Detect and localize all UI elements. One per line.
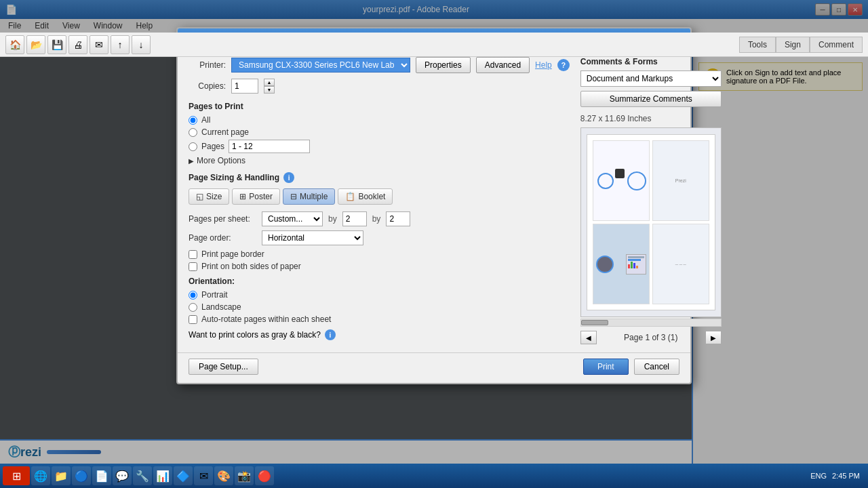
auto-rotate-row: Auto-rotate pages within each sheet — [189, 314, 570, 324]
taskbar-app3[interactable]: 📊 — [153, 466, 172, 485]
multiple-tab[interactable]: ⊟ Multiple — [283, 188, 335, 205]
summarize-comments-button[interactable]: Summarize Comments — [580, 91, 722, 107]
orientation-section: Orientation: Portrait Landscape Auto-rot… — [189, 277, 570, 324]
start-button[interactable]: ⊞ — [3, 466, 30, 485]
toolbar-btn-7[interactable]: ↓ — [132, 35, 151, 54]
mini-slide-3 — [593, 224, 650, 304]
taskbar-explorer[interactable]: 📁 — [52, 466, 71, 485]
by-label-1: by — [328, 214, 337, 224]
slide3-content — [626, 254, 646, 274]
taskbar-app1[interactable]: 💬 — [113, 466, 132, 485]
portrait-radio[interactable] — [189, 291, 197, 300]
help-link[interactable]: Help — [535, 60, 552, 70]
taskbar-app2[interactable]: 🔧 — [133, 466, 152, 485]
print-page-border-checkbox[interactable] — [189, 250, 197, 259]
current-page-radio[interactable] — [189, 128, 197, 137]
by-label-2: by — [372, 214, 381, 224]
size-tab-label: Size — [206, 192, 222, 201]
print-both-sides-row: Print on both sides of paper — [189, 262, 570, 271]
taskbar-app7[interactable]: 📸 — [235, 466, 254, 485]
print-colors-info-icon[interactable]: i — [325, 329, 336, 340]
copies-up-button[interactable]: ▲ — [264, 79, 275, 86]
toolbar-btn-1[interactable]: 🏠 — [5, 35, 24, 54]
toolbar-btn-5[interactable]: ✉ — [90, 35, 108, 54]
portrait-row: Portrait — [189, 290, 570, 300]
pages-per-sheet-row: Pages per sheet: Custom... 2 4 by by — [189, 211, 570, 226]
multiple-tab-label: Multiple — [300, 192, 328, 201]
advanced-button[interactable]: Advanced — [476, 57, 530, 73]
cancel-button[interactable]: Cancel — [634, 359, 679, 375]
by-x-input[interactable] — [342, 211, 367, 226]
size-tab[interactable]: ◱ Size — [189, 188, 229, 205]
taskbar-right: ENG 2:45 PM — [810, 472, 865, 480]
size-tab-icon: ◱ — [196, 192, 203, 201]
mini-slide-2: Prezi — [652, 140, 709, 221]
bar4 — [636, 266, 638, 268]
windows-logo: ⊞ — [12, 470, 21, 483]
orientation-header: Orientation: — [189, 277, 570, 286]
by-y-input[interactable] — [386, 211, 410, 226]
booklet-tab-icon: 📋 — [345, 192, 355, 201]
dialog-body: Printer: Samsung CLX-3300 Series PCL6 Ne… — [178, 49, 690, 352]
help-icon[interactable]: ? — [557, 59, 570, 71]
dialog-left-panel: Printer: Samsung CLX-3300 Series PCL6 Ne… — [189, 57, 570, 344]
slide2-text: Prezi — [674, 177, 688, 184]
handling-header: Page Sizing & Handling i — [189, 172, 570, 183]
page-setup-button[interactable]: Page Setup... — [189, 359, 258, 375]
print-button[interactable]: Print — [583, 359, 629, 375]
dialog-right-panel: Comments & Forms Document and Markups Do… — [580, 57, 722, 344]
print-both-sides-checkbox[interactable] — [189, 262, 197, 271]
comments-forms-section: Comments & Forms Document and Markups Do… — [580, 57, 722, 107]
page-sizing-section: Page Sizing & Handling i ◱ Size ⊞ Poster — [189, 172, 570, 271]
poster-tab[interactable]: ⊞ Poster — [232, 188, 280, 205]
next-page-button[interactable]: ▶ — [705, 331, 722, 344]
taskbar-app4[interactable]: 🔷 — [174, 466, 193, 485]
tools-tab[interactable]: Tools — [739, 37, 776, 53]
scrollbar-thumb[interactable] — [581, 320, 608, 325]
sign-tab[interactable]: Sign — [776, 37, 810, 53]
slide1-circle1 — [597, 173, 614, 189]
all-pages-label: All — [201, 115, 210, 125]
taskbar-language: ENG — [810, 472, 827, 480]
taskbar-app6[interactable]: 🎨 — [214, 466, 233, 485]
copies-input[interactable] — [231, 79, 258, 94]
pages-range-row: Pages — [189, 140, 570, 153]
printer-row: Printer: Samsung CLX-3300 Series PCL6 Ne… — [189, 57, 570, 73]
printer-select[interactable]: Samsung CLX-3300 Series PCL6 New Lab — [231, 58, 410, 73]
prev-page-button[interactable]: ◀ — [580, 331, 597, 344]
print-colors-label: Want to print colors as gray & black? — [189, 330, 321, 340]
landscape-radio[interactable] — [189, 303, 197, 312]
toolbar-btn-6[interactable]: ↑ — [111, 35, 130, 54]
all-pages-radio[interactable] — [189, 116, 197, 125]
properties-button[interactable]: Properties — [416, 57, 471, 73]
copies-down-button[interactable]: ▼ — [264, 86, 275, 94]
slide3-circle — [596, 256, 614, 273]
pages-per-sheet-label: Pages per sheet: — [189, 214, 256, 224]
toolbar-btn-2[interactable]: 📂 — [26, 35, 45, 54]
comments-forms-select[interactable]: Document and Markups Document Form Field… — [580, 70, 722, 87]
taskbar-word[interactable]: 📄 — [92, 466, 111, 485]
toolbar-btn-3[interactable]: 💾 — [47, 35, 66, 54]
handling-info-icon[interactable]: i — [283, 172, 294, 183]
taskbar-chrome[interactable]: 🔵 — [72, 466, 91, 485]
taskbar: ⊞ 🌐 📁 🔵 📄 💬 🔧 📊 🔷 ✉ 🎨 📸 🔴 ENG 2:45 PM — [0, 464, 868, 488]
slide1-block — [615, 169, 625, 178]
taskbar-app5[interactable]: ✉ — [194, 466, 213, 485]
toolbar-btn-4[interactable]: 🖨 — [68, 35, 87, 54]
bar2 — [631, 262, 633, 268]
more-options-toggle[interactable]: ▶ More Options — [189, 156, 570, 165]
page-order-select[interactable]: Horizontal Horizontal Reversed Vertical — [262, 230, 363, 245]
booklet-tab[interactable]: 📋 Booklet — [338, 188, 393, 205]
preview-scrollbar[interactable] — [580, 319, 722, 327]
comment-tab[interactable]: Comment — [810, 37, 863, 53]
auto-rotate-label: Auto-rotate pages within each sheet — [201, 314, 331, 324]
taskbar-ie[interactable]: 🌐 — [31, 466, 50, 485]
poster-tab-icon: ⊞ — [239, 192, 246, 201]
auto-rotate-checkbox[interactable] — [189, 315, 197, 324]
pages-range-input[interactable] — [229, 140, 310, 153]
pages-range-radio[interactable] — [189, 142, 197, 151]
multiple-tab-icon: ⊟ — [290, 192, 297, 201]
taskbar-app8[interactable]: 🔴 — [255, 466, 274, 485]
page-order-row: Page order: Horizontal Horizontal Revers… — [189, 230, 570, 245]
pages-per-sheet-select[interactable]: Custom... 2 4 — [262, 211, 323, 226]
